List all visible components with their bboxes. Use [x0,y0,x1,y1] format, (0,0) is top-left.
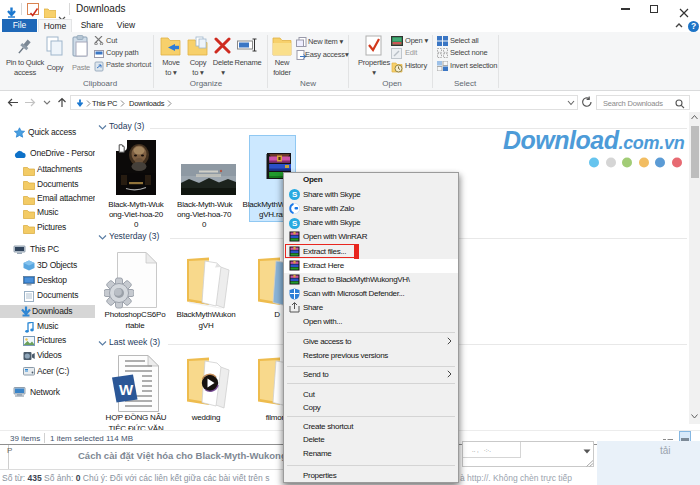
svg-text:W: W [119,381,134,398]
